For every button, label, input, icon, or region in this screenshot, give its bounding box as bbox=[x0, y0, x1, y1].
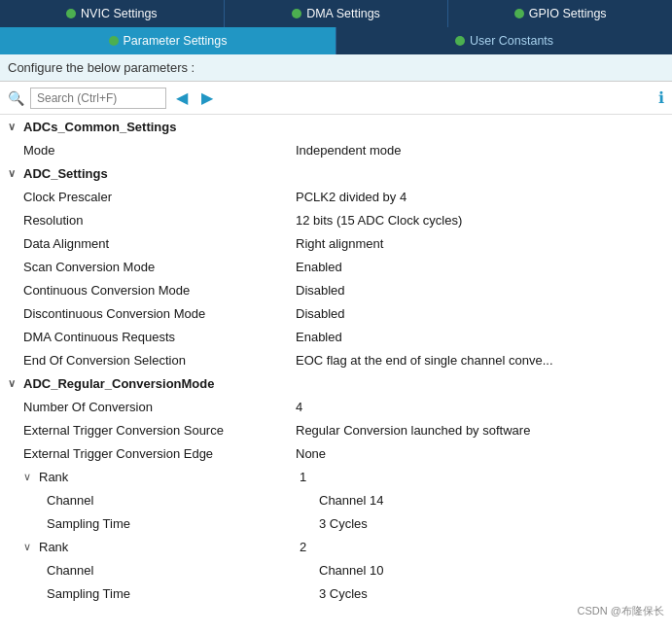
param-rank1-sampling-name: Sampling Time bbox=[47, 516, 319, 531]
nvic-dot bbox=[66, 9, 76, 18]
param-ext-trigger-src-value: Regular Conversion launched by software bbox=[296, 423, 664, 438]
param-num-conversion-name: Number Of Conversion bbox=[23, 400, 296, 414]
param-mode-value: Independent mode bbox=[296, 143, 664, 158]
prev-arrow[interactable]: ◀ bbox=[172, 87, 192, 109]
param-rank1-channel: Channel Channel 14 bbox=[0, 488, 672, 511]
param-rank2-sampling: Sampling Time 3 Cycles bbox=[0, 581, 672, 605]
param-resolution-value: 12 bits (15 ADC Clock cycles) bbox=[296, 213, 664, 228]
dma-dot bbox=[292, 9, 301, 18]
param-num-conversion-value: 4 bbox=[296, 400, 664, 414]
chevron-rank1: ∨ bbox=[23, 471, 35, 483]
param-rank2-sampling-value: 3 Cycles bbox=[319, 586, 664, 601]
param-discontinuous: Discontinuous Conversion Mode Disabled bbox=[0, 301, 672, 325]
tabs-bottom-bar: Parameter Settings User Constants bbox=[0, 27, 672, 54]
tab-dma-label: DMA Settings bbox=[306, 7, 380, 20]
param-rank1-sampling-value: 3 Cycles bbox=[319, 516, 664, 531]
param-alignment-name: Data Alignment bbox=[23, 236, 296, 251]
param-scan-value: Enabled bbox=[296, 260, 664, 274]
group-rank1[interactable]: ∨ Rank 1 bbox=[0, 465, 672, 488]
param-rank2-channel-value: Channel 10 bbox=[319, 563, 664, 578]
tab-dma[interactable]: DMA Settings bbox=[225, 0, 449, 27]
chevron-adc-settings: ∨ bbox=[8, 167, 19, 180]
chevron-rank2: ∨ bbox=[23, 541, 35, 553]
tree-container: ∨ ADCs_Common_Settings Mode Independent … bbox=[0, 115, 672, 622]
param-ext-trigger-edge-value: None bbox=[296, 446, 664, 461]
param-rank1-sampling: Sampling Time 3 Cycles bbox=[0, 511, 672, 535]
group-adc-settings[interactable]: ∨ ADC_Settings bbox=[0, 161, 672, 185]
param-dma-name: DMA Continuous Requests bbox=[23, 330, 296, 344]
param-eoc-name: End Of Conversion Selection bbox=[23, 353, 296, 368]
param-rank1-channel-name: Channel bbox=[47, 493, 319, 508]
param-discontinuous-value: Disabled bbox=[296, 306, 664, 321]
rank1-value: 1 bbox=[300, 470, 664, 484]
user-dot bbox=[455, 36, 465, 46]
param-mode-name: Mode bbox=[23, 143, 296, 158]
search-bar: 🔍 ◀ ▶ ℹ bbox=[0, 82, 672, 115]
tab-param[interactable]: Parameter Settings bbox=[0, 27, 336, 54]
param-ext-trigger-src-name: External Trigger Conversion Source bbox=[23, 423, 296, 438]
group-regular[interactable]: ∨ ADC_Regular_ConversionMode bbox=[0, 371, 672, 395]
configure-bar: Configure the below parameters : bbox=[0, 54, 672, 82]
tab-param-label: Parameter Settings bbox=[124, 34, 228, 48]
group-regular-label: ADC_Regular_ConversionMode bbox=[23, 376, 214, 391]
param-clock-name: Clock Prescaler bbox=[23, 190, 296, 204]
search-icon: 🔍 bbox=[8, 90, 24, 106]
param-eoc-value: EOC flag at the end of single channel co… bbox=[296, 353, 664, 368]
group-adc-settings-label: ADC_Settings bbox=[23, 166, 108, 181]
param-continuous: Continuous Conversion Mode Disabled bbox=[0, 278, 672, 301]
param-scan: Scan Conversion Mode Enabled bbox=[0, 255, 672, 278]
param-ext-trigger-edge-name: External Trigger Conversion Edge bbox=[23, 446, 296, 461]
tab-gpio-label: GPIO Settings bbox=[529, 7, 607, 20]
param-dma: DMA Continuous Requests Enabled bbox=[0, 325, 672, 348]
param-alignment-value: Right alignment bbox=[296, 236, 664, 251]
tab-nvic[interactable]: NVIC Settings bbox=[0, 0, 225, 27]
group-rank2[interactable]: ∨ Rank 2 bbox=[0, 535, 672, 558]
tab-gpio[interactable]: GPIO Settings bbox=[448, 0, 672, 27]
param-dma-value: Enabled bbox=[296, 330, 664, 344]
rank2-value: 2 bbox=[300, 540, 664, 554]
group-rank1-label: Rank bbox=[39, 470, 300, 484]
param-scan-name: Scan Conversion Mode bbox=[23, 260, 296, 274]
group-adcs-common[interactable]: ∨ ADCs_Common_Settings bbox=[0, 115, 672, 138]
param-resolution: Resolution 12 bits (15 ADC Clock cycles) bbox=[0, 208, 672, 231]
param-dot bbox=[109, 36, 119, 46]
chevron-regular: ∨ bbox=[8, 377, 19, 390]
param-ext-trigger-src: External Trigger Conversion Source Regul… bbox=[0, 418, 672, 441]
param-num-conversion: Number Of Conversion 4 bbox=[0, 395, 672, 418]
gpio-dot bbox=[514, 9, 524, 18]
group-adcs-common-label: ADCs_Common_Settings bbox=[23, 120, 176, 134]
configure-label: Configure the below parameters : bbox=[8, 60, 195, 75]
param-eoc: End Of Conversion Selection EOC flag at … bbox=[0, 348, 672, 371]
tabs-top-bar: NVIC Settings DMA Settings GPIO Settings bbox=[0, 0, 672, 27]
param-alignment: Data Alignment Right alignment bbox=[0, 231, 672, 255]
param-rank2-channel-name: Channel bbox=[47, 563, 319, 578]
param-clock-value: PCLK2 divided by 4 bbox=[296, 190, 664, 204]
param-resolution-name: Resolution bbox=[23, 213, 296, 228]
param-rank2-channel: Channel Channel 10 bbox=[0, 558, 672, 581]
tab-nvic-label: NVIC Settings bbox=[81, 7, 158, 20]
next-arrow[interactable]: ▶ bbox=[197, 87, 217, 109]
chevron-adcs-common: ∨ bbox=[8, 121, 19, 133]
tab-user-label: User Constants bbox=[470, 34, 553, 48]
param-discontinuous-name: Discontinuous Conversion Mode bbox=[23, 306, 296, 321]
param-rank2-sampling-name: Sampling Time bbox=[47, 586, 319, 601]
param-rank1-channel-value: Channel 14 bbox=[319, 493, 664, 508]
watermark: CSDN @布隆保长 bbox=[578, 604, 664, 618]
param-continuous-value: Disabled bbox=[296, 283, 664, 298]
param-mode: Mode Independent mode bbox=[0, 138, 672, 161]
tab-user[interactable]: User Constants bbox=[336, 27, 672, 54]
search-input[interactable] bbox=[30, 88, 166, 109]
param-continuous-name: Continuous Conversion Mode bbox=[23, 283, 296, 298]
group-rank2-label: Rank bbox=[39, 540, 300, 554]
param-clock: Clock Prescaler PCLK2 divided by 4 bbox=[0, 185, 672, 208]
info-icon[interactable]: ℹ bbox=[658, 88, 664, 107]
param-ext-trigger-edge: External Trigger Conversion Edge None bbox=[0, 441, 672, 465]
